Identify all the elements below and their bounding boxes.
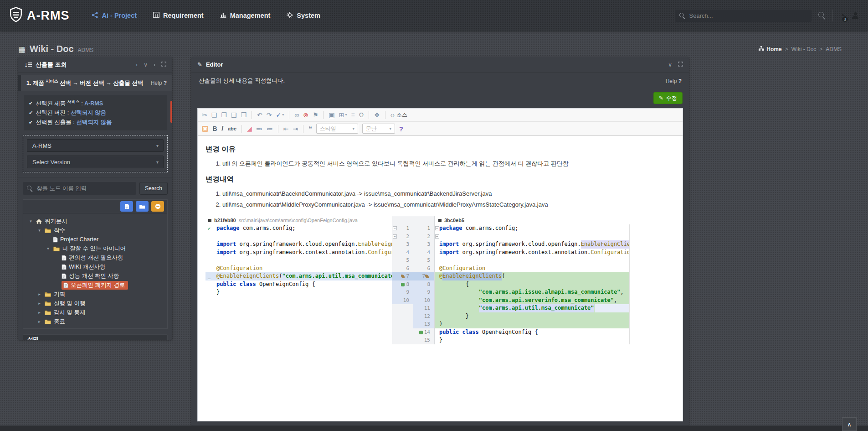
tree-item[interactable]: 오픈페인 패키지 경로 — [26, 280, 165, 290]
remove-node-button[interactable] — [151, 201, 164, 212]
fullscreen-icon[interactable] — [161, 62, 166, 68]
redo-icon[interactable]: ↷ — [267, 112, 272, 118]
tree-item[interactable]: ▾위키문서 — [26, 217, 165, 226]
bold-icon[interactable]: B — [212, 125, 217, 132]
remove-format-icon[interactable]: ◢ — [247, 125, 252, 132]
unlink-icon[interactable]: ⊗ — [303, 112, 308, 118]
templates-icon[interactable]: ▣ — [202, 126, 208, 132]
edit-button[interactable]: ✎ 수정 — [653, 92, 683, 104]
code-line — [435, 256, 629, 265]
chevron-left-icon[interactable]: ‹ — [136, 62, 138, 68]
expander-icon[interactable]: ▸ — [37, 319, 42, 324]
selected-product-value: A-RMS — [84, 100, 103, 107]
gears-icon — [287, 12, 293, 20]
tree-item[interactable]: ▾착수 — [26, 226, 165, 235]
paste-text-icon[interactable]: ❑ — [231, 112, 237, 118]
description-bar[interactable]: 설명 — [23, 334, 168, 340]
fold-icon[interactable]: − — [435, 234, 439, 239]
node-search — [23, 182, 136, 195]
paste-icon[interactable]: ❐ — [221, 112, 227, 118]
undo-icon[interactable]: ↶ — [257, 112, 262, 118]
node-search-button[interactable]: Search — [139, 182, 168, 195]
special-char-icon[interactable]: Ω — [359, 112, 364, 118]
notifications-button[interactable]: ◔ 3 — [840, 11, 845, 20]
help-link[interactable]: Help ? — [151, 80, 167, 86]
tree-item[interactable]: WIKI 개선사항 — [26, 262, 165, 271]
tree-item[interactable]: ▸실행 및 이행 — [26, 299, 165, 308]
nav-item-label: Management — [230, 12, 271, 19]
paragraph-select[interactable]: 문단▾ — [362, 124, 395, 134]
nav-item-management[interactable]: Management — [220, 12, 271, 20]
user-icon[interactable] — [852, 12, 859, 19]
page-subtitle: ADMS — [78, 47, 94, 53]
tree-item[interactable]: ▸감시 및 통제 — [26, 308, 165, 317]
italic-icon[interactable]: I — [221, 125, 224, 132]
maximize-icon[interactable]: ❖ — [374, 112, 380, 118]
expander-icon[interactable]: ▸ — [37, 301, 42, 306]
copy-icon[interactable]: ❏ — [211, 112, 217, 118]
tree-item[interactable]: 편의성 개선 필요사항 — [26, 253, 165, 262]
table-icon[interactable]: ⊞▾ — [339, 112, 347, 118]
breadcrumb-item-wiki-doc[interactable]: Wiki - Doc — [791, 46, 817, 52]
product-select[interactable]: A-RMS ▾ — [27, 139, 164, 152]
search-submit-icon[interactable] — [818, 12, 826, 19]
blockquote-icon[interactable]: ❝ — [308, 125, 312, 132]
source-icon[interactable]: ‹›소스 — [390, 112, 407, 118]
strike-icon[interactable]: abc — [228, 126, 236, 131]
gutter-row: 12 — [392, 312, 434, 321]
expander-icon[interactable]: ▸ — [37, 292, 42, 296]
tree-item[interactable]: ▸종료 — [26, 317, 165, 326]
code-line: _@EnableFeignClients("com.arms.api.util.… — [205, 272, 392, 280]
global-search-input[interactable] — [689, 12, 807, 19]
line-number: 14 — [413, 328, 434, 337]
tree-item[interactable]: 성능 개선 확인 사항 — [26, 271, 165, 280]
indent-icon[interactable]: ⇥ — [293, 125, 298, 132]
outdent-icon[interactable]: ⇤ — [283, 125, 289, 132]
cut-icon[interactable]: ✂ — [202, 112, 207, 118]
gutter-row: 11− — [392, 224, 434, 233]
breadcrumb-item-adms[interactable]: ADMS — [826, 46, 842, 52]
brand-logo[interactable]: A-RMS — [9, 7, 70, 24]
nav-item-requirement[interactable]: Requirement — [153, 12, 204, 20]
anchor-icon[interactable]: ⚑ — [313, 112, 318, 118]
spellcheck-icon[interactable]: ✓▾ — [276, 112, 284, 118]
tree-item-label: 종료 — [54, 318, 65, 326]
node-search-input[interactable] — [36, 185, 132, 192]
fullscreen-icon[interactable] — [678, 62, 683, 68]
add-doc-button[interactable] — [120, 201, 133, 212]
ordered-list-icon[interactable]: ≕ — [256, 125, 262, 132]
expander-icon[interactable]: ▾ — [28, 219, 33, 223]
link-icon[interactable]: ∞ — [294, 112, 299, 118]
unordered-list-icon[interactable]: ≔ — [267, 125, 273, 132]
chevron-down-icon[interactable]: ∨ — [144, 62, 148, 68]
fold-icon[interactable]: − — [393, 234, 397, 239]
nav-item-ai-project[interactable]: Ai - Project — [92, 12, 137, 20]
tree-item[interactable]: Project Charter — [26, 235, 165, 244]
chevron-right-icon[interactable]: › — [154, 62, 155, 68]
help-link[interactable]: Help ? — [666, 78, 682, 84]
paste-word-icon[interactable]: ❒ — [241, 112, 247, 118]
chevron-down-icon[interactable]: ∨ — [668, 62, 672, 68]
style-select[interactable]: 스타일▾ — [316, 124, 358, 134]
app-navbar: A-RMS Ai - Project Requirement Managemen… — [0, 0, 868, 31]
horizontal-line-icon[interactable]: ≡ — [351, 112, 354, 118]
tree-item[interactable]: ▾더 잘할 수 있는 아이디어 — [26, 244, 165, 253]
folder-icon — [53, 246, 60, 251]
diff-commit-hash: 3bc0eb5 — [444, 218, 464, 223]
nav-item-system[interactable]: System — [287, 12, 320, 20]
image-icon[interactable]: ▣ — [329, 112, 334, 118]
tree-item-selected[interactable]: 오픈페인 패키지 경로 — [62, 281, 128, 290]
about-icon[interactable]: ? — [399, 125, 403, 132]
version-select[interactable]: Select Version ▾ — [27, 156, 164, 168]
breadcrumb-home[interactable]: Home — [759, 46, 781, 52]
code-line: } — [205, 288, 392, 296]
scroll-top-button[interactable]: ∧ — [842, 417, 857, 431]
expander-icon[interactable]: ▸ — [37, 310, 42, 315]
folder-icon — [44, 301, 51, 306]
expander-icon[interactable]: ▾ — [37, 228, 42, 233]
expander-icon[interactable]: ▾ — [46, 246, 51, 251]
fold-icon[interactable]: − — [393, 226, 397, 230]
fold-icon[interactable]: − — [435, 226, 439, 230]
add-folder-button[interactable] — [136, 201, 149, 212]
tree-item[interactable]: ▸기획 — [26, 290, 165, 299]
